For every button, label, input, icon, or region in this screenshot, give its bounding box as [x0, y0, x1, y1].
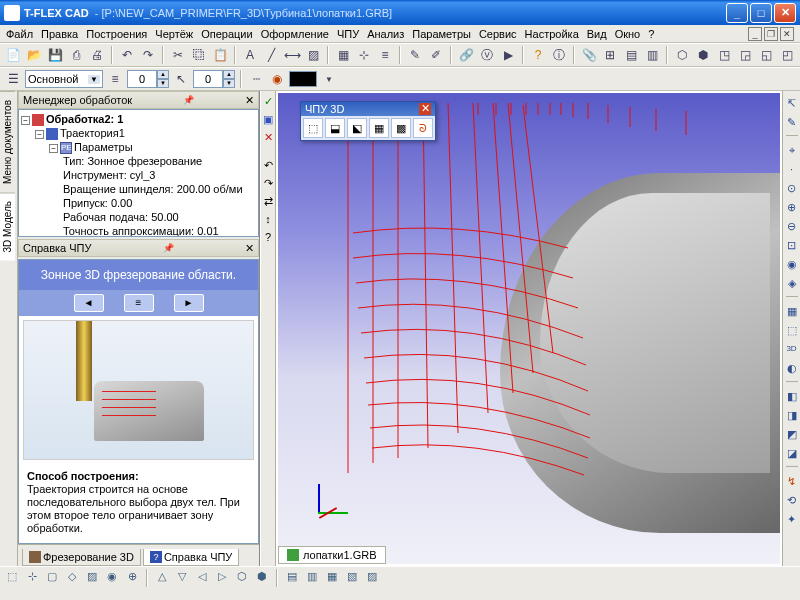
- cancel-icon[interactable]: ✕: [261, 131, 275, 145]
- text-icon[interactable]: A: [241, 46, 259, 64]
- undo-icon[interactable]: ↶: [261, 159, 275, 173]
- layer-icon[interactable]: ≡: [376, 46, 394, 64]
- tree-spindle[interactable]: Вращение шпинделя: 200.00 об/ми: [21, 182, 256, 196]
- spin2[interactable]: 0 ▲▼: [193, 70, 235, 88]
- sb-3[interactable]: ▢: [44, 570, 60, 586]
- chevron-down-icon[interactable]: ▼: [320, 70, 338, 88]
- menu-draw[interactable]: Чертёж: [155, 28, 193, 40]
- table-icon[interactable]: ⊞: [601, 46, 619, 64]
- ok-icon[interactable]: ✓: [261, 95, 275, 109]
- swap-icon[interactable]: ⇄: [261, 195, 275, 209]
- link-icon[interactable]: 🔗: [457, 46, 475, 64]
- menu-cnc[interactable]: ЧПУ: [337, 28, 359, 40]
- updown-icon[interactable]: ↕: [261, 213, 275, 227]
- pin-icon[interactable]: 📌: [183, 95, 194, 105]
- cam2-icon[interactable]: ⬢: [694, 46, 712, 64]
- zoomout-icon[interactable]: ⊖: [784, 218, 800, 234]
- sb-4[interactable]: ◇: [64, 570, 80, 586]
- wireframe-icon[interactable]: ▦: [784, 303, 800, 319]
- layer-input[interactable]: [28, 73, 88, 85]
- cnc-btn-5[interactable]: ▩: [391, 118, 411, 138]
- anim-icon[interactable]: ▶: [499, 46, 517, 64]
- undo-icon[interactable]: ↶: [118, 46, 136, 64]
- layer-stack-icon[interactable]: ☰: [4, 70, 22, 88]
- tree-accuracy[interactable]: Точность аппроксимации: 0.01: [21, 224, 256, 237]
- view3-icon[interactable]: ◩: [784, 426, 800, 442]
- tab-milling3d[interactable]: Фрезерование 3D: [22, 549, 141, 566]
- light-icon[interactable]: ↯: [784, 473, 800, 489]
- menu-view[interactable]: Вид: [587, 28, 607, 40]
- cam6-icon[interactable]: ◰: [778, 46, 796, 64]
- sb-15[interactable]: ▥: [304, 570, 320, 586]
- print-icon[interactable]: 🖨: [88, 46, 106, 64]
- tree-type[interactable]: Тип: Зонное фрезерование: [21, 154, 256, 168]
- sb-8[interactable]: △: [154, 570, 170, 586]
- menu-ops[interactable]: Операции: [201, 28, 252, 40]
- menu-window[interactable]: Окно: [615, 28, 641, 40]
- var-icon[interactable]: ⓥ: [478, 46, 496, 64]
- sb-12[interactable]: ⬡: [234, 570, 250, 586]
- sb-13[interactable]: ⬢: [254, 570, 270, 586]
- attach-icon[interactable]: 📎: [580, 46, 598, 64]
- rotate-icon[interactable]: ⟲: [784, 492, 800, 508]
- sb-10[interactable]: ◁: [194, 570, 210, 586]
- pan-icon[interactable]: ◈: [784, 275, 800, 291]
- info-icon[interactable]: ⓘ: [550, 46, 568, 64]
- cam5-icon[interactable]: ◱: [757, 46, 775, 64]
- saveall-icon[interactable]: ⎙: [67, 46, 85, 64]
- snap-icon[interactable]: ⊹: [355, 46, 373, 64]
- cnc-btn-6[interactable]: ᘐ: [413, 118, 433, 138]
- line-icon[interactable]: ╱: [262, 46, 280, 64]
- pencil-icon[interactable]: ✎: [784, 114, 800, 130]
- save-icon[interactable]: 💾: [46, 46, 64, 64]
- tree-root[interactable]: Обработка2: 1: [46, 113, 123, 125]
- document-tab[interactable]: лопатки1.GRB: [278, 546, 386, 564]
- lineweight-icon[interactable]: ≡: [106, 70, 124, 88]
- sb-17[interactable]: ▧: [344, 570, 360, 586]
- vtab-docs[interactable]: Меню документов: [0, 91, 15, 192]
- menu-edit[interactable]: Правка: [41, 28, 78, 40]
- paste-icon[interactable]: 📋: [211, 46, 229, 64]
- tree-params[interactable]: Параметры: [74, 141, 133, 153]
- tree-feed[interactable]: Рабочая подача: 50.00: [21, 210, 256, 224]
- menu-file[interactable]: Файл: [6, 28, 33, 40]
- q-icon[interactable]: ?: [261, 231, 275, 245]
- props-icon[interactable]: ▣: [261, 113, 275, 127]
- table2-icon[interactable]: ▤: [622, 46, 640, 64]
- tab-cnchelp[interactable]: ?Справка ЧПУ: [143, 549, 239, 566]
- new-icon[interactable]: 📄: [4, 46, 22, 64]
- table3-icon[interactable]: ▥: [643, 46, 661, 64]
- mdi-minimize[interactable]: _: [748, 27, 762, 41]
- mdi-close[interactable]: ✕: [780, 27, 794, 41]
- dash-icon[interactable]: ┄: [247, 70, 265, 88]
- sb-9[interactable]: ▽: [174, 570, 190, 586]
- help-next-button[interactable]: ►: [174, 294, 204, 312]
- expand-icon[interactable]: −: [21, 116, 30, 125]
- draw2-icon[interactable]: ✐: [427, 46, 445, 64]
- help-prev-button[interactable]: ◄: [74, 294, 104, 312]
- cam4-icon[interactable]: ◲: [736, 46, 754, 64]
- close-button[interactable]: ✕: [774, 3, 796, 23]
- sb-16[interactable]: ▦: [324, 570, 340, 586]
- menu-construct[interactable]: Построения: [86, 28, 147, 40]
- close-panel-icon[interactable]: ✕: [245, 94, 254, 107]
- zoomin-icon[interactable]: ⊕: [784, 199, 800, 215]
- copy-icon[interactable]: ⿻: [190, 46, 208, 64]
- menu-params[interactable]: Параметры: [412, 28, 471, 40]
- cnc-btn-3[interactable]: ⬕: [347, 118, 367, 138]
- draw1-icon[interactable]: ✎: [406, 46, 424, 64]
- expand-icon[interactable]: −: [49, 144, 58, 153]
- menu-service[interactable]: Сервис: [479, 28, 517, 40]
- sb-18[interactable]: ▨: [364, 570, 380, 586]
- sb-2[interactable]: ⊹: [24, 570, 40, 586]
- color-picker[interactable]: [289, 71, 317, 87]
- minimize-button[interactable]: _: [726, 3, 748, 23]
- cam3-icon[interactable]: ◳: [715, 46, 733, 64]
- sb-7[interactable]: ⊕: [124, 570, 140, 586]
- target-icon[interactable]: ⌖: [784, 142, 800, 158]
- menu-format[interactable]: Оформление: [261, 28, 329, 40]
- sb-5[interactable]: ▨: [84, 570, 100, 586]
- layer-combo[interactable]: ▼: [25, 70, 103, 88]
- spin1[interactable]: 0 ▲▼: [127, 70, 169, 88]
- tree-tool[interactable]: Инструмент: cyl_3: [21, 168, 256, 182]
